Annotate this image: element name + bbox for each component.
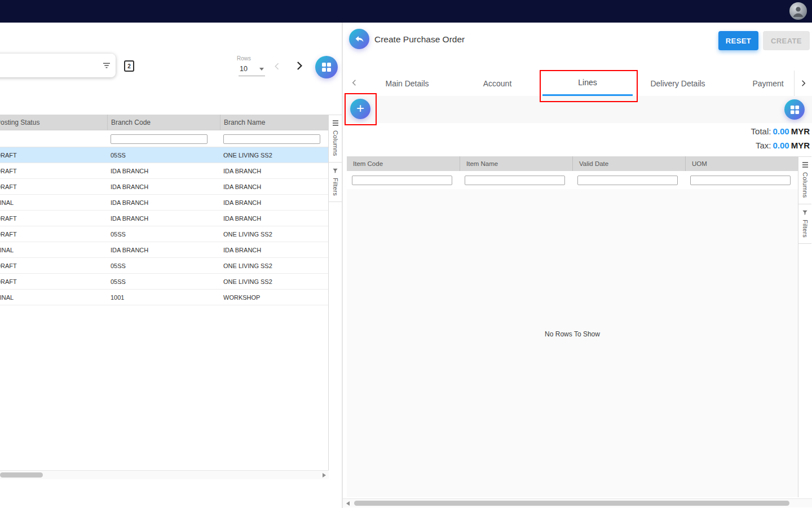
column-header-label: Posting Status — [0, 119, 39, 126]
caret-down-icon — [259, 68, 264, 71]
previous-page-button[interactable] — [272, 62, 282, 73]
branch-code-filter-input[interactable] — [111, 134, 208, 144]
branch-row[interactable]: DRAFTIDA BRANCHIDA BRANCH — [0, 163, 329, 179]
posting-status: DRAFT — [0, 152, 17, 159]
scrollbar-thumb[interactable] — [354, 501, 789, 506]
scroll-right-arrow[interactable] — [323, 473, 326, 478]
create-purchase-order-panel: Create Purchase Order RESET CREATE Main … — [343, 23, 812, 508]
column-header-label: Item Code — [353, 160, 383, 167]
filters-panel-label: Filters — [332, 178, 339, 196]
column-header-label: UOM — [692, 160, 707, 167]
branch-code: 1001 — [107, 294, 220, 301]
branch-name: IDA BRANCH — [220, 183, 329, 190]
next-page-button[interactable] — [293, 60, 305, 73]
column-header-item-name[interactable]: Item Name — [460, 156, 572, 171]
scroll-left-arrow[interactable] — [346, 501, 350, 506]
branch-row[interactable]: DRAFTIDA BRANCHIDA BRANCH — [0, 179, 329, 195]
tab-delivery-details[interactable]: Delivery Details — [633, 71, 723, 96]
add-line-button[interactable]: + — [350, 99, 370, 119]
grid-columns-button[interactable] — [784, 99, 805, 120]
branch-name: IDA BRANCH — [220, 215, 329, 222]
column-header-label: Branch Name — [224, 119, 265, 126]
branch-code: 05SS — [107, 262, 220, 269]
column-filter-input[interactable] — [465, 176, 565, 185]
filter-icon — [802, 209, 808, 216]
posting-status: DRAFT — [0, 278, 17, 285]
search-input[interactable] — [0, 54, 116, 77]
tab-main-details[interactable]: Main Details — [362, 71, 452, 96]
tab-payment[interactable]: Payment — [723, 71, 794, 96]
tab-lines[interactable]: Lines — [542, 71, 633, 96]
chevron-left-icon — [272, 62, 282, 71]
tabs-scroll-left[interactable] — [350, 78, 359, 89]
tab-account[interactable]: Account — [452, 71, 542, 96]
back-button[interactable] — [349, 29, 369, 49]
filters-panel-button[interactable]: Filters — [798, 204, 811, 244]
total-line: Total:0.00MYR — [751, 124, 810, 138]
column-filter-input[interactable] — [352, 176, 452, 185]
tax-value: 0.00 — [773, 141, 789, 150]
reset-button[interactable]: RESET — [718, 31, 758, 50]
branch-row[interactable]: DRAFT05SSONE LIVING SS2 — [0, 258, 329, 274]
search-box — [0, 54, 116, 77]
tax-label: Tax: — [756, 141, 771, 150]
grid-icon — [790, 105, 800, 115]
filter-list-icon[interactable] — [102, 60, 112, 71]
posting-status: DRAFT — [0, 231, 17, 238]
filter-icon — [332, 168, 338, 174]
column-filter-input[interactable] — [690, 176, 791, 185]
branch-row[interactable]: FINALIDA BRANCHIDA BRANCH — [0, 195, 329, 211]
branch-row[interactable]: DRAFT05SSONE LIVING SS2 — [0, 226, 329, 242]
branch-name-filter-input[interactable] — [223, 134, 320, 144]
duplicate-icon[interactable]: 2 — [124, 60, 134, 72]
create-button[interactable]: CREATE — [763, 31, 810, 50]
branch-row[interactable]: DRAFTIDA BRANCHIDA BRANCH — [0, 211, 329, 226]
branch-row[interactable]: FINAL1001WORKSHOP — [0, 290, 329, 305]
columns-panel-label: Columns — [802, 172, 809, 198]
column-filter-input[interactable] — [577, 176, 678, 185]
branch-row[interactable]: FINALIDA BRANCHIDA BRANCH — [0, 242, 329, 258]
page-title: Create Purchase Order — [374, 34, 465, 45]
columns-icon — [802, 162, 808, 168]
user-avatar[interactable] — [789, 2, 807, 20]
posting-status: FINAL — [0, 247, 14, 253]
filter-cell — [685, 175, 798, 186]
person-icon — [791, 4, 805, 18]
columns-panel-button[interactable]: Columns — [798, 156, 811, 204]
branch-name: WORKSHOP — [220, 294, 329, 301]
tax-currency: MYR — [791, 141, 810, 150]
branch-name: ONE LIVING SS2 — [220, 152, 329, 159]
branch-code: IDA BRANCH — [107, 183, 220, 190]
column-header-branch-code[interactable]: Branch Code — [107, 115, 220, 130]
tabs-scroll-right[interactable] — [794, 71, 812, 96]
purchase-order-list-panel: 2 Rows 10 Posting Status Branch Cod — [0, 23, 342, 508]
column-header-branch-name[interactable]: Branch Name — [220, 115, 329, 130]
columns-icon — [333, 120, 338, 126]
column-header-valid-date[interactable]: Valid Date — [572, 156, 685, 171]
scrollbar-thumb[interactable] — [0, 472, 43, 478]
filter-cell — [460, 175, 572, 186]
filters-panel-button[interactable]: Filters — [329, 163, 342, 202]
plus-icon: + — [356, 102, 364, 115]
column-header-item-code[interactable]: Item Code — [347, 156, 460, 171]
filter-cell — [347, 175, 460, 186]
empty-grid-message: No Rows To Show — [347, 330, 798, 338]
rows-per-page-select[interactable]: 10 — [239, 64, 265, 76]
rows-per-page-label: Rows — [237, 55, 251, 62]
po-grid-body: No Rows To Show — [347, 189, 798, 497]
column-header-uom[interactable]: UOM — [685, 156, 798, 171]
branch-code: IDA BRANCH — [107, 168, 220, 174]
horizontal-scrollbar — [343, 498, 812, 507]
horizontal-scrollbar — [0, 470, 329, 479]
totals: Total:0.00MYR Tax:0.00MYR — [751, 124, 810, 152]
branch-code: IDA BRANCH — [107, 215, 220, 222]
columns-panel-button[interactable]: Columns — [329, 115, 342, 163]
branch-row[interactable]: DRAFT05SSONE LIVING SS2 — [0, 274, 329, 290]
branch-table-body: DRAFT05SSONE LIVING SS2DRAFTIDA BRANCHID… — [0, 147, 329, 305]
branch-name: ONE LIVING SS2 — [220, 278, 329, 285]
left-side-panel-buttons: Columns Filters — [328, 115, 342, 470]
branch-table-filter-row — [0, 130, 329, 147]
grid-view-button[interactable] — [315, 56, 338, 78]
column-header-posting-status[interactable]: Posting Status — [0, 115, 107, 130]
branch-row[interactable]: DRAFT05SSONE LIVING SS2 — [0, 147, 329, 163]
